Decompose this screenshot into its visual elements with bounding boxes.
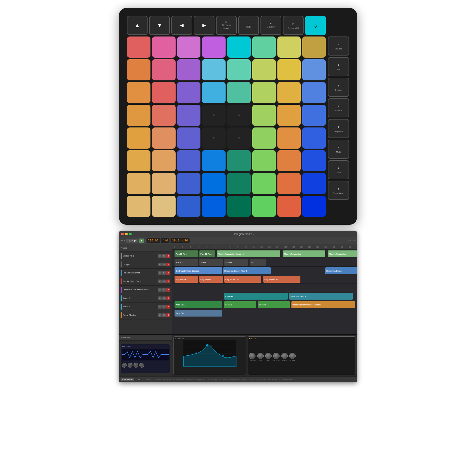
note-mode-button[interactable]: ♪ Note (238, 16, 259, 35)
pad-1-5[interactable] (252, 59, 276, 80)
pad-7-3[interactable] (202, 196, 226, 217)
pad-1-3[interactable] (202, 59, 226, 80)
track-header-7[interactable]: Rusty Rhodes M S R (119, 311, 172, 319)
pad-7-7[interactable] (302, 196, 326, 217)
pad-5-0[interactable] (127, 150, 150, 171)
pad-6-7[interactable] (302, 173, 326, 194)
stop-button[interactable]: ■ (139, 239, 144, 243)
track-solo-6[interactable]: S (162, 305, 166, 309)
track-mute-7[interactable]: M (158, 313, 162, 317)
pad-2-3[interactable] (202, 82, 226, 103)
capture-midi-button[interactable]: ○ Capture MIDI (283, 16, 304, 35)
clip-1-2[interactable]: Scene 4 (224, 259, 248, 266)
track-header-3[interactable]: Wonky Synth Pads M S R (119, 277, 172, 286)
arrow-right-button[interactable]: ► (194, 16, 214, 35)
clip-3-2[interactable]: Poly Pattern 02 (224, 276, 261, 283)
pad-4-0[interactable] (127, 127, 150, 149)
pad-0-0[interactable] (127, 36, 150, 58)
pad-3-5[interactable] (252, 105, 276, 126)
pad-6-5[interactable] (252, 173, 276, 194)
knob-1[interactable] (122, 363, 127, 368)
clip-0-4[interactable]: Plug 01 Percussive (328, 250, 357, 257)
pad-4-7[interactable] (302, 127, 326, 149)
pad-0-1[interactable] (152, 36, 176, 58)
scene-button-0[interactable]: ›Volume (328, 36, 349, 56)
track-solo-0[interactable]: S (162, 254, 166, 258)
scene-button-4[interactable]: ›Stop Clip (328, 119, 349, 138)
pad-3-0[interactable] (127, 105, 150, 126)
track-solo-3[interactable]: S (162, 280, 166, 283)
track-header-5[interactable]: Audio 3 M S R (119, 294, 172, 303)
pad-0-3[interactable] (202, 36, 226, 58)
track-mute-4[interactable]: M (158, 288, 162, 292)
pad-7-2[interactable] (177, 196, 201, 217)
clip-0-3[interactable]: Plug 01 Percussive (283, 250, 325, 257)
track-arm-0[interactable]: R (166, 254, 170, 258)
clip-3-1[interactable]: Poly Pattern (199, 276, 223, 283)
pad-1-0[interactable] (127, 59, 150, 80)
pad-3-3[interactable]: ✦ (202, 105, 226, 126)
track-arm-6[interactable]: R (166, 305, 170, 309)
clip-0-0[interactable]: Plug 01 Per... (175, 250, 198, 257)
track-header-6[interactable]: Audio 4 M S R (119, 303, 172, 311)
clip-0-2[interactable]: Plug 01 Percussion Season 4 (217, 250, 280, 257)
pad-2-6[interactable] (277, 82, 301, 103)
pad-2-0[interactable] (127, 82, 150, 103)
pad-0-4[interactable] (227, 36, 251, 58)
active-mode-button[interactable]: ◇ (305, 16, 326, 35)
clip-1-3[interactable]: Sc... (250, 259, 266, 266)
clip-2-0[interactable]: Glb Swept Atmo 1 Sources (175, 267, 222, 274)
scene-button-3[interactable]: ›Send B (328, 98, 349, 117)
clip-6-3[interactable]: Inhale Chords Operator 124bpm (291, 301, 355, 308)
pad-3-6[interactable] (277, 105, 301, 126)
minimize-button[interactable] (125, 233, 128, 235)
play-button[interactable]: PLAY ▶ (126, 239, 138, 242)
pad-1-6[interactable] (277, 59, 301, 80)
knob-2[interactable] (128, 363, 132, 368)
clip-2-1[interactable]: Himalayan Sunset Atmo 2 (223, 267, 271, 274)
track-arm-3[interactable]: R (166, 280, 170, 283)
pad-2-1[interactable] (152, 82, 176, 103)
maximize-button[interactable] (129, 233, 132, 235)
pad-5-5[interactable] (252, 150, 276, 171)
clip-0-1[interactable]: Plug 01 Per... (199, 250, 215, 257)
track-solo-5[interactable]: S (162, 296, 166, 300)
clip-3-0[interactable]: Poly Pattern (175, 276, 198, 283)
track-mute-1[interactable]: M (158, 263, 162, 266)
pad-5-3[interactable] (202, 150, 226, 171)
pad-1-4[interactable] (227, 59, 251, 80)
pad-4-5[interactable] (252, 127, 276, 149)
pad-6-6[interactable] (277, 173, 301, 194)
arrow-left-button[interactable]: ◄ (171, 16, 192, 35)
track-header-2[interactable]: Himalayan Sunset M S R (119, 269, 172, 277)
track-mute-0[interactable]: M (158, 254, 162, 258)
track-mute-6[interactable]: M (158, 305, 162, 309)
track-arm-4[interactable]: R (166, 288, 170, 292)
pad-2-7[interactable] (302, 82, 326, 103)
pad-0-6[interactable] (277, 36, 301, 58)
clip-5-0[interactable]: Kit Bed 01 (224, 293, 288, 300)
pad-4-2[interactable] (177, 127, 201, 149)
track-header-4[interactable]: Polymer + Wavetable Index M S R (119, 286, 172, 294)
pad-3-7[interactable] (302, 105, 326, 126)
clip-1-0[interactable]: Scene 2 (175, 259, 198, 266)
pad-6-3[interactable] (202, 173, 226, 194)
clip-6-2[interactable]: Vocal D (258, 301, 290, 308)
clip-7-0[interactable]: Vocal Cha... (175, 310, 222, 317)
pad-0-5[interactable] (252, 36, 276, 58)
track-arm-2[interactable]: R (166, 271, 170, 275)
footer-tab-arrange[interactable]: ARRANGE (121, 378, 134, 381)
pad-1-2[interactable] (177, 59, 201, 80)
pad-1-1[interactable] (152, 59, 176, 80)
scene-button-6[interactable]: ›Solo (328, 160, 349, 179)
pad-2-5[interactable] (252, 82, 276, 103)
track-solo-2[interactable]: S (162, 271, 166, 275)
pad-6-2[interactable] (177, 173, 201, 194)
track-mute-2[interactable]: M (158, 271, 162, 275)
pad-3-2[interactable] (177, 105, 201, 126)
track-mute-3[interactable]: M (158, 280, 162, 283)
footer-tab-edit[interactable]: EDIT (145, 378, 153, 381)
synth-knob-5[interactable] (281, 353, 288, 359)
pad-6-1[interactable] (152, 173, 176, 194)
clip-5-1[interactable]: Vocal Drift Bed 01 (289, 293, 353, 300)
